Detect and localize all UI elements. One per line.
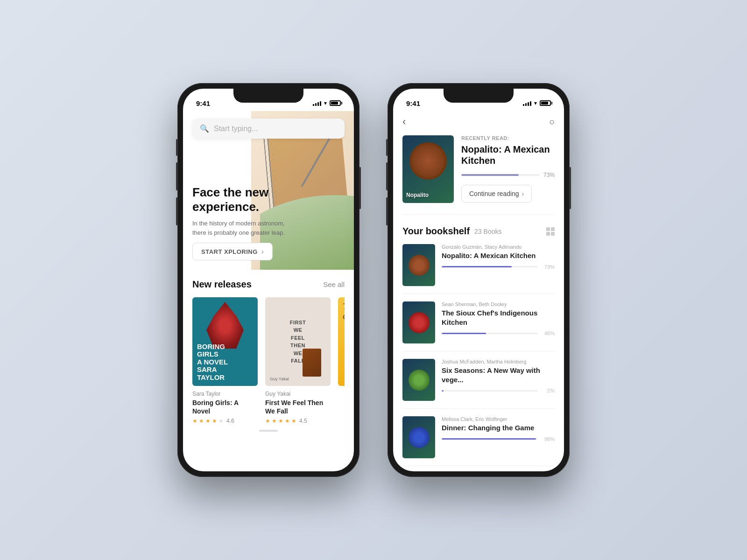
time: 9:41 bbox=[196, 99, 210, 107]
hero-section: 🔍 Start typing... Face the new experienc… bbox=[183, 111, 354, 270]
phone2-volume-mute bbox=[386, 139, 388, 156]
book-cover-3: Theof bbox=[338, 297, 345, 386]
cta-arrow-icon: › bbox=[261, 248, 264, 255]
list-progress-bar-1 bbox=[442, 266, 538, 267]
list-cover-1 bbox=[402, 244, 435, 286]
bookshelf-header: Your bookshelf 23 Books bbox=[402, 226, 555, 237]
book-cover-1: BORINGGIRLSA NOVELSARATAYLOR bbox=[192, 297, 258, 386]
list-cover-3 bbox=[402, 359, 435, 401]
list-book-author-2: Sean Sherman, Beth Dooley bbox=[442, 301, 555, 307]
section-header: New releases See all bbox=[192, 279, 345, 290]
book-list-item-1[interactable]: Gonzalo Guzmán, Stacy Adimando Nopalito:… bbox=[402, 244, 555, 294]
recent-book-title: Nopalito: A Mexican Kitchen bbox=[461, 144, 555, 166]
list-progress-fill-3 bbox=[442, 390, 444, 392]
bookshelf-title: Your bookshelf bbox=[402, 226, 470, 237]
list-book-info-4: Melissa Clark, Eric Wolfinger Dinner: Ch… bbox=[442, 416, 555, 458]
star-b3: ★ bbox=[278, 418, 283, 424]
wifi-icon: ▾ bbox=[324, 100, 327, 106]
search-input[interactable]: Start typing... bbox=[214, 125, 258, 133]
star-b1: ★ bbox=[265, 418, 270, 424]
rating-num-2: 4.5 bbox=[299, 418, 307, 424]
list-cover-4 bbox=[402, 416, 435, 458]
recent-progress-fill bbox=[461, 174, 519, 176]
list-progress-fill-1 bbox=[442, 266, 512, 267]
back-button[interactable]: ‹ bbox=[402, 116, 406, 128]
book-card-1[interactable]: BORINGGIRLSA NOVELSARATAYLOR Sara Taylor… bbox=[192, 297, 258, 424]
book-author-1: Sara Taylor bbox=[192, 391, 258, 397]
phone-1: 9:41 ▾ bbox=[177, 83, 359, 477]
list-progress-1: 73% bbox=[442, 264, 555, 270]
recent-progress-pct: 73% bbox=[543, 172, 555, 178]
list-cover-2 bbox=[402, 301, 435, 343]
list-progress-pct-1: 73% bbox=[542, 264, 555, 270]
list-progress-fill-4 bbox=[442, 438, 536, 440]
new-releases-title: New releases bbox=[192, 279, 252, 290]
time-2: 9:41 bbox=[406, 99, 420, 107]
book-list-item-3[interactable]: Joshua McFadden, Martha Holmberg Six Sea… bbox=[402, 359, 555, 409]
new-releases-section: New releases See all BORINGGIRLSA NOVELS… bbox=[183, 270, 354, 432]
list-progress-pct-4: 98% bbox=[542, 436, 555, 442]
cta-button[interactable]: START XPLORING › bbox=[192, 243, 273, 260]
star-1: ★ bbox=[192, 418, 197, 424]
book-name-2: First We Feel Then We Fall bbox=[265, 399, 331, 415]
star-b4: ★ bbox=[285, 418, 290, 424]
phone2-power bbox=[570, 167, 571, 209]
hero-text: Face the new experience. In the history … bbox=[192, 185, 286, 237]
recent-book-info: RECENTLY READ: Nopalito: A Mexican Kitch… bbox=[461, 135, 555, 203]
list-book-title-2: The Sioux Chef's Indigenous Kitchen bbox=[442, 308, 555, 327]
signal-icon-2 bbox=[523, 100, 531, 106]
continue-reading-button[interactable]: Continue reading › bbox=[461, 185, 532, 203]
list-book-info-3: Joshua McFadden, Martha Holmberg Six Sea… bbox=[442, 359, 555, 401]
star-b5: ★ bbox=[291, 418, 296, 424]
cta-label: START XPLORING bbox=[201, 248, 258, 255]
recently-read-section: Nopalito RECENTLY READ: Nopalito: A Mexi… bbox=[402, 135, 555, 215]
list-book-title-4: Dinner: Changing the Game bbox=[442, 423, 555, 433]
book-cover-2: FIRSTWEFEELTHENWEFALL Guy Yakai bbox=[265, 297, 331, 386]
list-progress-bar-4 bbox=[442, 438, 538, 440]
book-title-overlay-1: BORINGGIRLSA NOVELSARATAYLOR bbox=[197, 343, 253, 382]
star-2: ★ bbox=[199, 418, 204, 424]
phone2-volume-down bbox=[386, 197, 388, 225]
book-card-2[interactable]: FIRSTWEFEELTHENWEFALL Guy Yakai Guy Yaka… bbox=[265, 297, 331, 424]
list-book-title-3: Six Seasons: A New Way with vege... bbox=[442, 366, 555, 384]
list-progress-2: 46% bbox=[442, 330, 555, 336]
continue-arrow-icon: › bbox=[522, 190, 524, 197]
bookshelf-title-wrap: Your bookshelf 23 Books bbox=[402, 226, 501, 237]
grid-view-button[interactable] bbox=[546, 227, 555, 236]
notch-2 bbox=[444, 89, 514, 103]
book-cover-title-1: BORINGGIRLSA NOVELSARATAYLOR bbox=[197, 343, 253, 382]
search-bar[interactable]: 🔍 Start typing... bbox=[192, 119, 345, 139]
list-book-author-1: Gonzalo Guzmán, Stacy Adimando bbox=[442, 244, 555, 250]
book-stars-1: ★ ★ ★ ★ ★ 4.6 bbox=[192, 418, 258, 424]
status-icons: ▾ bbox=[313, 100, 341, 106]
books-scroll: BORINGGIRLSA NOVELSARATAYLOR Sara Taylor… bbox=[192, 297, 345, 424]
book-card-3[interactable]: Theof bbox=[338, 297, 345, 424]
book-list-item-4[interactable]: Melissa Clark, Eric Wolfinger Dinner: Ch… bbox=[402, 416, 555, 466]
star-4: ★ bbox=[212, 418, 217, 424]
recent-book-cover[interactable]: Nopalito bbox=[402, 135, 454, 203]
see-all-button[interactable]: See all bbox=[323, 280, 345, 288]
food-art bbox=[409, 142, 447, 180]
phone2-volume-up bbox=[386, 162, 388, 190]
battery-icon bbox=[330, 100, 341, 106]
book-name-1: Boring Girls: A Novel bbox=[192, 399, 258, 415]
list-book-author-3: Joshua McFadden, Martha Holmberg bbox=[442, 359, 555, 364]
phone-1-screen: 9:41 ▾ bbox=[183, 89, 354, 471]
list-progress-4: 98% bbox=[442, 436, 555, 442]
nav-bar: ‹ ○ bbox=[402, 111, 555, 135]
volume-mute-button bbox=[176, 139, 177, 156]
book-list-item-2[interactable]: Sean Sherman, Beth Dooley The Sioux Chef… bbox=[402, 301, 555, 351]
phone1-content: 🔍 Start typing... Face the new experienc… bbox=[183, 111, 354, 471]
list-progress-fill-2 bbox=[442, 333, 486, 334]
star-b2: ★ bbox=[272, 418, 277, 424]
list-progress-bar-2 bbox=[442, 333, 538, 334]
search-button[interactable]: ○ bbox=[549, 117, 555, 127]
phone2-content: ‹ ○ Nopalito RECENTLY READ: Nopalito: A … bbox=[393, 111, 564, 471]
wifi-icon-2: ▾ bbox=[534, 100, 537, 106]
recently-read-label: RECENTLY READ: bbox=[461, 135, 555, 141]
scroll-indicator bbox=[192, 430, 345, 432]
list-progress-pct-2: 46% bbox=[542, 330, 555, 336]
recent-book-label: Nopalito bbox=[406, 192, 450, 198]
bookshelf-count: 23 Books bbox=[474, 228, 501, 235]
list-book-info-1: Gonzalo Guzmán, Stacy Adimando Nopalito:… bbox=[442, 244, 555, 286]
